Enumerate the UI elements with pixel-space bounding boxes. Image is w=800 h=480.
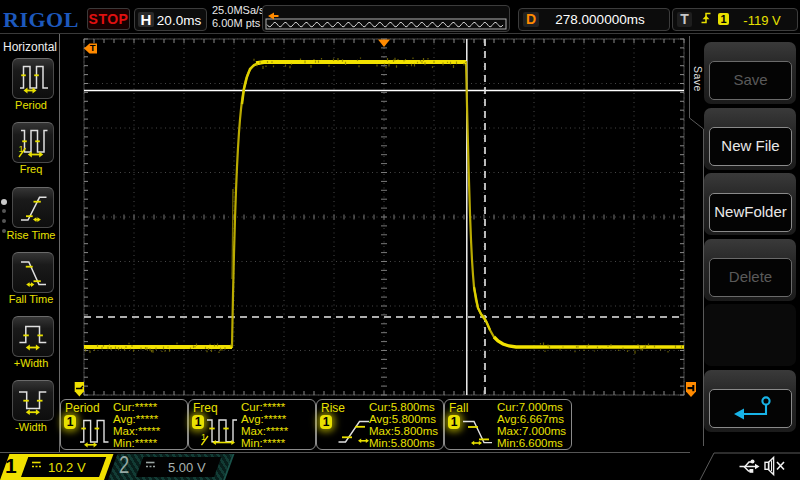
svg-text:T: T bbox=[90, 42, 96, 53]
